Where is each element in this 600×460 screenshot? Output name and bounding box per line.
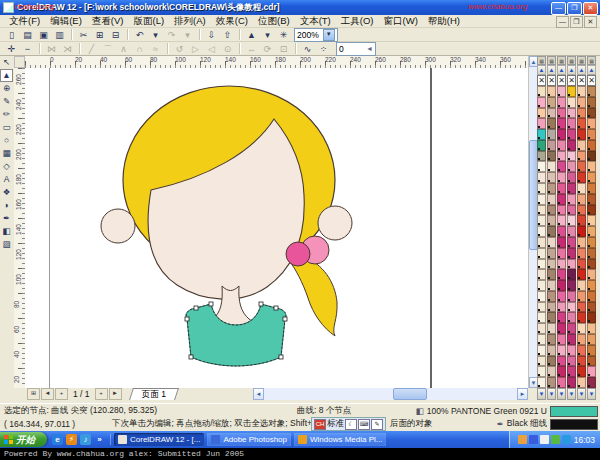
color-swatch[interactable] bbox=[577, 226, 586, 237]
color-swatch[interactable] bbox=[587, 215, 596, 226]
start-button[interactable]: 开始 bbox=[0, 432, 47, 447]
minimize-button[interactable]: — bbox=[551, 2, 566, 15]
palette-scroll-down-icon[interactable]: ▼ bbox=[587, 388, 596, 400]
color-swatch[interactable] bbox=[577, 345, 586, 356]
color-swatch[interactable] bbox=[537, 345, 546, 356]
node-handle[interactable] bbox=[194, 306, 198, 310]
color-swatch[interactable] bbox=[567, 118, 576, 129]
menu-item-7[interactable]: 文本(T) bbox=[295, 15, 336, 28]
import-icon[interactable]: ⇩ bbox=[204, 28, 219, 42]
menu-item-2[interactable]: 查看(V) bbox=[87, 15, 129, 28]
color-swatch[interactable] bbox=[567, 259, 576, 270]
color-swatch[interactable] bbox=[587, 302, 596, 313]
print-icon[interactable]: ▥ bbox=[52, 28, 67, 42]
node-handle[interactable] bbox=[279, 355, 283, 359]
color-swatch[interactable] bbox=[587, 108, 596, 119]
color-swatch[interactable] bbox=[547, 118, 556, 129]
color-swatch[interactable] bbox=[537, 205, 546, 216]
color-swatch[interactable] bbox=[547, 86, 556, 97]
color-swatch[interactable] bbox=[567, 108, 576, 119]
taskbar-task-2[interactable]: Windows Media Pl... bbox=[294, 433, 386, 446]
tray-icon[interactable] bbox=[529, 435, 538, 444]
ruler-origin-button[interactable] bbox=[14, 56, 25, 68]
color-swatch[interactable] bbox=[557, 345, 566, 356]
color-swatch[interactable] bbox=[547, 151, 556, 162]
color-swatch[interactable] bbox=[537, 215, 546, 226]
restore-button[interactable]: ❐ bbox=[567, 2, 582, 15]
color-swatch[interactable] bbox=[537, 129, 546, 140]
menu-item-6[interactable]: 位图(B) bbox=[253, 15, 295, 28]
color-swatch[interactable] bbox=[577, 140, 586, 151]
color-swatch[interactable] bbox=[587, 129, 596, 140]
corel-online-icon[interactable]: ✳ bbox=[276, 28, 291, 42]
palette-scroll-down-icon[interactable]: ▼ bbox=[567, 388, 576, 400]
color-swatch[interactable] bbox=[577, 280, 586, 291]
palette-header-icon[interactable]: ▦ bbox=[587, 56, 596, 65]
color-swatch[interactable] bbox=[537, 161, 546, 172]
menu-item-4[interactable]: 排列(A) bbox=[169, 15, 211, 28]
color-swatch[interactable] bbox=[587, 194, 596, 205]
freehand-tool[interactable]: ✎ bbox=[0, 95, 13, 108]
zoom-tool[interactable]: ⊕ bbox=[0, 82, 13, 95]
color-swatch[interactable] bbox=[577, 215, 586, 226]
color-swatch[interactable] bbox=[567, 269, 576, 280]
color-swatch[interactable] bbox=[537, 97, 546, 108]
color-swatch[interactable] bbox=[557, 237, 566, 248]
no-color-swatch[interactable]: ✕ bbox=[577, 75, 586, 86]
media-icon[interactable]: ♪ bbox=[80, 434, 91, 445]
color-swatch[interactable] bbox=[587, 248, 596, 259]
color-swatch[interactable] bbox=[567, 334, 576, 345]
ime-keyboard-icon[interactable]: ⌨ bbox=[358, 419, 370, 430]
shape-tool[interactable]: ▲ bbox=[0, 69, 13, 82]
ime-lang-icon[interactable]: CH bbox=[314, 419, 326, 430]
taskbar-task-0[interactable]: CorelDRAW 12 - [... bbox=[114, 433, 204, 446]
color-swatch[interactable] bbox=[547, 226, 556, 237]
no-color-swatch[interactable]: ✕ bbox=[587, 75, 596, 86]
color-swatch[interactable] bbox=[567, 356, 576, 367]
drawing-canvas[interactable] bbox=[25, 68, 528, 388]
color-swatch[interactable] bbox=[567, 161, 576, 172]
color-swatch[interactable] bbox=[537, 86, 546, 97]
text-tool[interactable]: A bbox=[0, 173, 13, 186]
color-swatch[interactable] bbox=[587, 345, 596, 356]
palette-scroll-up-icon[interactable]: ▲ bbox=[557, 65, 566, 75]
mdi-restore-button[interactable]: ❐ bbox=[570, 16, 583, 28]
node-handle[interactable] bbox=[274, 306, 278, 310]
color-swatch[interactable] bbox=[547, 97, 556, 108]
color-swatch[interactable] bbox=[577, 97, 586, 108]
color-swatch[interactable] bbox=[557, 215, 566, 226]
taskbar-task-1[interactable]: Adobe Photoshop bbox=[207, 433, 291, 446]
combo-dropdown-icon[interactable]: ▼ bbox=[323, 29, 335, 41]
color-swatch[interactable] bbox=[537, 118, 546, 129]
ime-fullhalf-icon[interactable]: ☾ bbox=[345, 419, 357, 430]
color-swatch[interactable] bbox=[577, 108, 586, 119]
color-swatch[interactable] bbox=[587, 269, 596, 280]
color-swatch[interactable] bbox=[567, 377, 576, 388]
color-swatch[interactable] bbox=[567, 129, 576, 140]
export-icon[interactable]: ⇧ bbox=[220, 28, 235, 42]
color-swatch[interactable] bbox=[547, 108, 556, 119]
rectangle-tool[interactable]: ▭ bbox=[0, 121, 13, 134]
color-swatch[interactable] bbox=[537, 248, 546, 259]
color-swatch[interactable] bbox=[537, 291, 546, 302]
color-swatch[interactable] bbox=[557, 334, 566, 345]
lightning-icon[interactable]: ⚡ bbox=[66, 434, 77, 445]
launcher-dropdown-icon[interactable]: ▾ bbox=[260, 28, 275, 42]
color-swatch[interactable] bbox=[557, 140, 566, 151]
color-swatch[interactable] bbox=[547, 291, 556, 302]
color-swatch[interactable] bbox=[547, 345, 556, 356]
color-swatch[interactable] bbox=[587, 183, 596, 194]
color-swatch[interactable] bbox=[537, 356, 546, 367]
color-swatch[interactable] bbox=[577, 237, 586, 248]
color-swatch[interactable] bbox=[567, 97, 576, 108]
select-all-nodes-icon[interactable]: ⁘ bbox=[316, 42, 331, 56]
no-color-swatch[interactable]: ✕ bbox=[567, 75, 576, 86]
palette-scroll-up-icon[interactable]: ▲ bbox=[547, 65, 556, 75]
color-swatch[interactable] bbox=[587, 377, 596, 388]
color-swatch[interactable] bbox=[547, 205, 556, 216]
menu-item-1[interactable]: 编辑(E) bbox=[45, 15, 87, 28]
color-swatch[interactable] bbox=[587, 205, 596, 216]
color-swatch[interactable] bbox=[567, 302, 576, 313]
color-swatch[interactable] bbox=[557, 129, 566, 140]
color-swatch[interactable] bbox=[567, 172, 576, 183]
